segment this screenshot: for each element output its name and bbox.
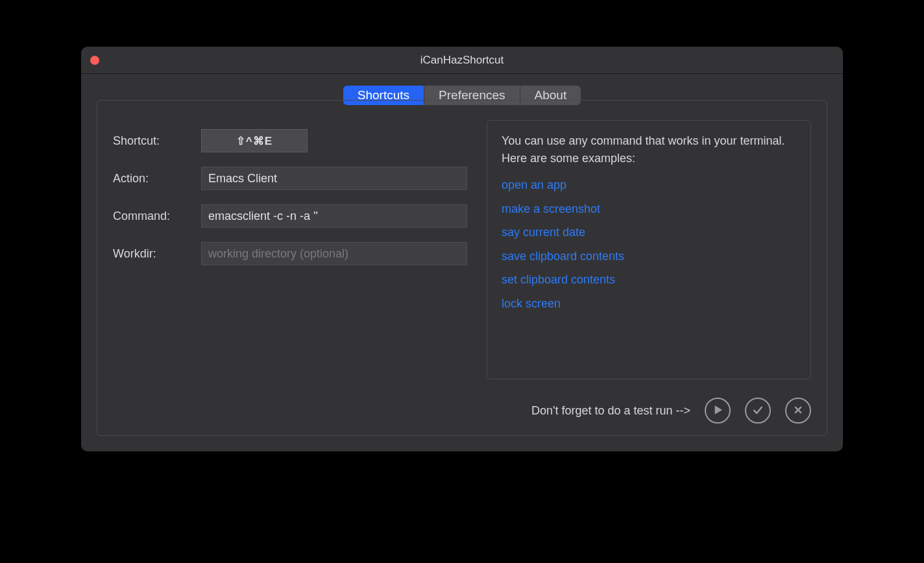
footer-hint: Don't forget to do a test run -->	[531, 404, 690, 418]
example-link-say-date[interactable]: say current date	[502, 222, 796, 243]
content-area: Shortcut: ⇧^⌘E Action: Command: Workdir:	[81, 105, 843, 451]
traffic-lights	[90, 56, 99, 65]
action-input[interactable]	[201, 167, 467, 190]
confirm-button[interactable]	[745, 398, 771, 424]
example-link-save-clipboard[interactable]: save clipboard contents	[502, 246, 796, 267]
play-icon	[711, 403, 724, 418]
shortcut-label: Shortcut:	[113, 134, 193, 148]
example-link-set-clipboard[interactable]: set clipboard contents	[502, 270, 796, 290]
footer-row: Don't forget to do a test run -->	[113, 398, 811, 424]
close-icon	[792, 403, 805, 418]
action-row: Action:	[113, 167, 467, 190]
content-frame: Shortcut: ⇧^⌘E Action: Command: Workdir:	[97, 100, 827, 436]
main-row: Shortcut: ⇧^⌘E Action: Command: Workdir:	[113, 120, 811, 379]
workdir-input[interactable]	[201, 242, 467, 265]
example-link-screenshot[interactable]: make a screenshot	[502, 199, 796, 219]
example-list: open an app make a screenshot say curren…	[502, 175, 796, 314]
form-column: Shortcut: ⇧^⌘E Action: Command: Workdir:	[113, 120, 467, 379]
window-title: iCanHazShortcut	[81, 54, 843, 67]
workdir-label: Workdir:	[113, 247, 193, 261]
command-input[interactable]	[201, 204, 467, 228]
example-link-lock-screen[interactable]: lock screen	[502, 294, 796, 314]
shortcut-input[interactable]: ⇧^⌘E	[201, 129, 308, 152]
titlebar: iCanHazShortcut	[81, 47, 843, 74]
cancel-button[interactable]	[785, 398, 811, 424]
info-intro: You can use any command that works in yo…	[502, 132, 796, 167]
action-label: Action:	[113, 172, 193, 186]
check-icon	[751, 403, 764, 418]
test-run-button[interactable]	[705, 398, 731, 424]
app-window: iCanHazShortcut Shortcuts Preferences Ab…	[81, 47, 843, 451]
close-window-button[interactable]	[90, 56, 99, 65]
info-panel: You can use any command that works in yo…	[487, 120, 811, 379]
workdir-row: Workdir:	[113, 242, 467, 265]
shortcut-row: Shortcut: ⇧^⌘E	[113, 129, 467, 152]
command-label: Command:	[113, 210, 193, 223]
svg-marker-0	[716, 407, 721, 413]
command-row: Command:	[113, 204, 467, 228]
example-link-open-app[interactable]: open an app	[502, 175, 796, 195]
